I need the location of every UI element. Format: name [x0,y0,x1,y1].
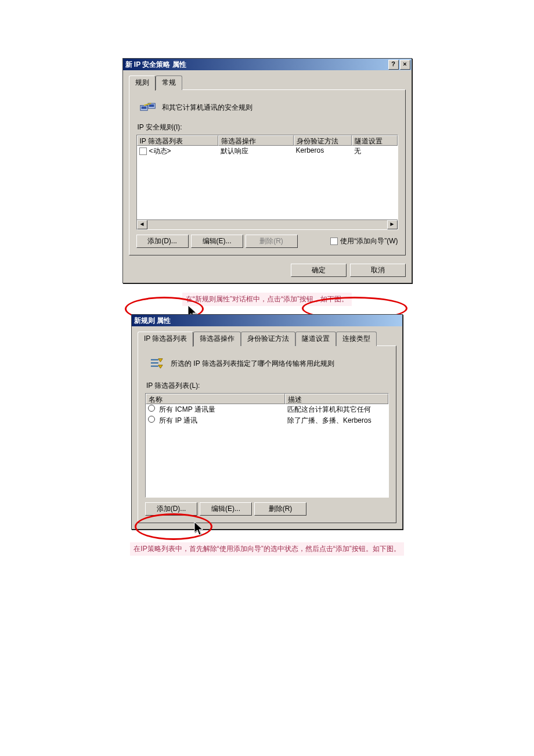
cursor-icon [194,521,204,537]
ok-button[interactable]: 确定 [291,264,347,277]
column-auth-method[interactable]: 身份验证方法 [294,135,352,146]
filter-list-label: IP 筛选器列表(L): [146,381,389,391]
edit-button[interactable]: 编辑(E)... [191,235,243,248]
tab-tunnel[interactable]: 隧道设置 [295,332,336,346]
tabstrip: IP 筛选器列表 筛选器操作 身份验证方法 隧道设置 连接类型 [138,331,396,346]
table-row[interactable]: 所有 ICMP 通讯量 匹配这台计算机和其它任何 [146,404,388,415]
filter-list-description: 所选的 IP 筛选器列表指定了哪个网络传输将用此规则 [171,359,334,369]
column-filter-action[interactable]: 筛选器操作 [218,135,294,146]
remove-button[interactable]: 删除(R) [254,502,306,516]
cell-tunnel: 无 [352,146,398,157]
tab-connection-type[interactable]: 连接类型 [336,332,377,346]
filter-list-icon [149,357,165,370]
titlebar[interactable]: 新规则 属性 [132,315,402,326]
cell-name: 所有 ICMP 通讯量 [159,405,215,413]
caption-1: 在“新规则属性”对话框中，点击“添加”按钮，如下图。 [182,293,352,306]
use-wizard-label: 使用“添加向导”(W) [340,236,398,246]
cell-name: 所有 IP 通讯 [159,416,197,424]
dialog-title: 新规则 属性 [134,316,401,326]
tab-general[interactable]: 常规 [156,75,182,90]
scroll-left-button[interactable]: ◄ [137,220,147,229]
new-rule-properties-dialog: 新规则 属性 IP 筛选器列表 筛选器操作 身份验证方法 隧道设置 连接类型 [131,314,403,530]
rule-checkbox[interactable] [139,147,147,155]
cell-filter-action: 默认响应 [218,146,294,157]
column-description[interactable]: 描述 [285,394,388,404]
cell-filter-list: <动态> [149,146,171,156]
add-button[interactable]: 添加(D)... [136,235,189,248]
caption-2: 在IP策略列表中，首先解除“使用添加向导”的选中状态，然后点击“添加”按钮。如下… [130,542,403,556]
rules-description: 和其它计算机通讯的安全规则 [162,103,252,113]
highlight-add-button [135,513,212,540]
titlebar[interactable]: 新 IP 安全策略 属性 ? × [123,59,412,70]
cell-description: 匹配这台计算机和其它任何 [285,405,388,415]
ip-filter-list[interactable]: 名称 描述 所有 ICMP 通讯量 匹配这台计算机和其它任何 [145,393,389,498]
column-filter-list[interactable]: IP 筛选器列表 [137,135,218,146]
cell-description: 除了广播、多播、Kerberos [285,416,388,426]
remove-button[interactable]: 删除(R) [246,235,298,248]
horizontal-scrollbar[interactable]: ◄ ► [137,219,398,229]
edit-button[interactable]: 编辑(E)... [200,502,252,516]
ip-security-rules-list[interactable]: IP 筛选器列表 筛选器操作 身份验证方法 隧道设置 <动态> [136,135,398,230]
use-wizard-checkbox-wrap[interactable]: 使用“添加向导”(W) [330,236,398,246]
rules-list-label: IP 安全规则(I): [138,123,398,132]
help-button[interactable]: ? [388,60,399,70]
tabstrip: 规则 常规 [129,75,406,90]
ip-security-policy-properties-dialog: 新 IP 安全策略 属性 ? × 规则 常规 [122,58,412,283]
cell-auth-method: Kerberos [294,146,352,157]
table-row[interactable]: <动态> 默认响应 Kerberos 无 [137,146,398,157]
computers-icon [140,100,156,114]
tab-rules[interactable]: 规则 [129,75,156,91]
svg-rect-1 [141,106,146,109]
add-button[interactable]: 添加(D)... [145,502,197,516]
cancel-button[interactable]: 取消 [350,264,406,277]
tab-filter-action[interactable]: 筛选器操作 [193,332,241,346]
svg-rect-3 [149,105,154,107]
scroll-right-button[interactable]: ► [387,220,398,229]
filter-radio[interactable] [148,416,155,423]
tabpanel-rules: 和其它计算机通讯的安全规则 IP 安全规则(I): IP 筛选器列表 筛选器操作… [129,89,406,255]
dialog-title: 新 IP 安全策略 属性 [125,60,387,70]
close-button[interactable]: × [400,60,410,70]
table-row[interactable]: 所有 IP 通讯 除了广播、多播、Kerberos [146,415,388,426]
column-name[interactable]: 名称 [146,394,285,404]
tabpanel-ip-filter-list: 所选的 IP 筛选器列表指定了哪个网络传输将用此规则 IP 筛选器列表(L): … [138,345,396,523]
tab-ip-filter-list[interactable]: IP 筛选器列表 [138,332,193,347]
tab-auth-method[interactable]: 身份验证方法 [241,332,295,346]
column-tunnel[interactable]: 隧道设置 [352,135,398,146]
use-wizard-checkbox[interactable] [330,237,338,245]
filter-radio[interactable] [148,405,155,412]
